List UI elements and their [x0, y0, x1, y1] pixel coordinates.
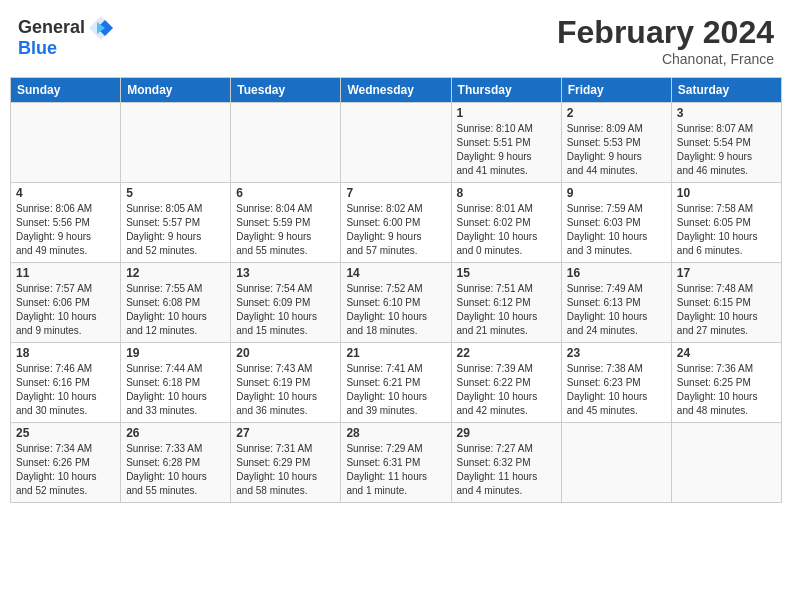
day-number: 3: [677, 106, 776, 120]
day-number: 29: [457, 426, 556, 440]
calendar-cell: 5Sunrise: 8:05 AM Sunset: 5:57 PM Daylig…: [121, 183, 231, 263]
day-header-thursday: Thursday: [451, 78, 561, 103]
day-number: 16: [567, 266, 666, 280]
day-number: 22: [457, 346, 556, 360]
logo-text: General: [18, 18, 85, 38]
day-number: 26: [126, 426, 225, 440]
week-row-2: 4Sunrise: 8:06 AM Sunset: 5:56 PM Daylig…: [11, 183, 782, 263]
calendar-cell: [121, 103, 231, 183]
day-number: 5: [126, 186, 225, 200]
day-number: 18: [16, 346, 115, 360]
day-info: Sunrise: 7:49 AM Sunset: 6:13 PM Dayligh…: [567, 282, 666, 338]
week-row-3: 11Sunrise: 7:57 AM Sunset: 6:06 PM Dayli…: [11, 263, 782, 343]
logo-icon: [87, 14, 115, 42]
logo-blue: Blue: [18, 38, 57, 58]
day-info: Sunrise: 7:44 AM Sunset: 6:18 PM Dayligh…: [126, 362, 225, 418]
header-row: SundayMondayTuesdayWednesdayThursdayFrid…: [11, 78, 782, 103]
day-info: Sunrise: 7:36 AM Sunset: 6:25 PM Dayligh…: [677, 362, 776, 418]
day-info: Sunrise: 7:48 AM Sunset: 6:15 PM Dayligh…: [677, 282, 776, 338]
day-info: Sunrise: 7:51 AM Sunset: 6:12 PM Dayligh…: [457, 282, 556, 338]
calendar-cell: [341, 103, 451, 183]
calendar-cell: [231, 103, 341, 183]
calendar-cell: 6Sunrise: 8:04 AM Sunset: 5:59 PM Daylig…: [231, 183, 341, 263]
day-number: 25: [16, 426, 115, 440]
day-info: Sunrise: 7:54 AM Sunset: 6:09 PM Dayligh…: [236, 282, 335, 338]
calendar-cell: 18Sunrise: 7:46 AM Sunset: 6:16 PM Dayli…: [11, 343, 121, 423]
day-number: 17: [677, 266, 776, 280]
day-info: Sunrise: 8:05 AM Sunset: 5:57 PM Dayligh…: [126, 202, 225, 258]
calendar-cell: 1Sunrise: 8:10 AM Sunset: 5:51 PM Daylig…: [451, 103, 561, 183]
day-number: 8: [457, 186, 556, 200]
day-info: Sunrise: 8:02 AM Sunset: 6:00 PM Dayligh…: [346, 202, 445, 258]
day-info: Sunrise: 7:27 AM Sunset: 6:32 PM Dayligh…: [457, 442, 556, 498]
day-number: 13: [236, 266, 335, 280]
week-row-1: 1Sunrise: 8:10 AM Sunset: 5:51 PM Daylig…: [11, 103, 782, 183]
day-number: 12: [126, 266, 225, 280]
day-header-tuesday: Tuesday: [231, 78, 341, 103]
calendar-cell: 21Sunrise: 7:41 AM Sunset: 6:21 PM Dayli…: [341, 343, 451, 423]
day-info: Sunrise: 7:46 AM Sunset: 6:16 PM Dayligh…: [16, 362, 115, 418]
calendar-cell: 2Sunrise: 8:09 AM Sunset: 5:53 PM Daylig…: [561, 103, 671, 183]
month-title: February 2024: [557, 14, 774, 51]
day-info: Sunrise: 7:58 AM Sunset: 6:05 PM Dayligh…: [677, 202, 776, 258]
day-number: 14: [346, 266, 445, 280]
calendar-cell: 24Sunrise: 7:36 AM Sunset: 6:25 PM Dayli…: [671, 343, 781, 423]
calendar-cell: 22Sunrise: 7:39 AM Sunset: 6:22 PM Dayli…: [451, 343, 561, 423]
week-row-4: 18Sunrise: 7:46 AM Sunset: 6:16 PM Dayli…: [11, 343, 782, 423]
day-info: Sunrise: 7:29 AM Sunset: 6:31 PM Dayligh…: [346, 442, 445, 498]
day-info: Sunrise: 8:06 AM Sunset: 5:56 PM Dayligh…: [16, 202, 115, 258]
day-header-sunday: Sunday: [11, 78, 121, 103]
day-number: 27: [236, 426, 335, 440]
day-header-monday: Monday: [121, 78, 231, 103]
day-info: Sunrise: 8:10 AM Sunset: 5:51 PM Dayligh…: [457, 122, 556, 178]
day-info: Sunrise: 7:41 AM Sunset: 6:21 PM Dayligh…: [346, 362, 445, 418]
calendar-cell: 8Sunrise: 8:01 AM Sunset: 6:02 PM Daylig…: [451, 183, 561, 263]
header: General Blue February 2024 Chanonat, Fra…: [10, 10, 782, 71]
day-info: Sunrise: 7:59 AM Sunset: 6:03 PM Dayligh…: [567, 202, 666, 258]
calendar-cell: 11Sunrise: 7:57 AM Sunset: 6:06 PM Dayli…: [11, 263, 121, 343]
calendar-cell: 23Sunrise: 7:38 AM Sunset: 6:23 PM Dayli…: [561, 343, 671, 423]
day-info: Sunrise: 8:01 AM Sunset: 6:02 PM Dayligh…: [457, 202, 556, 258]
day-info: Sunrise: 7:31 AM Sunset: 6:29 PM Dayligh…: [236, 442, 335, 498]
day-info: Sunrise: 8:07 AM Sunset: 5:54 PM Dayligh…: [677, 122, 776, 178]
day-header-wednesday: Wednesday: [341, 78, 451, 103]
day-header-saturday: Saturday: [671, 78, 781, 103]
calendar-cell: 3Sunrise: 8:07 AM Sunset: 5:54 PM Daylig…: [671, 103, 781, 183]
day-number: 24: [677, 346, 776, 360]
day-info: Sunrise: 7:38 AM Sunset: 6:23 PM Dayligh…: [567, 362, 666, 418]
day-info: Sunrise: 7:57 AM Sunset: 6:06 PM Dayligh…: [16, 282, 115, 338]
day-number: 21: [346, 346, 445, 360]
day-info: Sunrise: 8:09 AM Sunset: 5:53 PM Dayligh…: [567, 122, 666, 178]
day-number: 23: [567, 346, 666, 360]
day-number: 19: [126, 346, 225, 360]
calendar-cell: 9Sunrise: 7:59 AM Sunset: 6:03 PM Daylig…: [561, 183, 671, 263]
day-number: 15: [457, 266, 556, 280]
calendar-cell: 12Sunrise: 7:55 AM Sunset: 6:08 PM Dayli…: [121, 263, 231, 343]
calendar-cell: 7Sunrise: 8:02 AM Sunset: 6:00 PM Daylig…: [341, 183, 451, 263]
calendar-cell: 15Sunrise: 7:51 AM Sunset: 6:12 PM Dayli…: [451, 263, 561, 343]
calendar-cell: [671, 423, 781, 503]
location: Chanonat, France: [557, 51, 774, 67]
calendar-cell: 4Sunrise: 8:06 AM Sunset: 5:56 PM Daylig…: [11, 183, 121, 263]
logo: General Blue: [18, 14, 115, 59]
calendar-cell: [561, 423, 671, 503]
calendar-cell: 19Sunrise: 7:44 AM Sunset: 6:18 PM Dayli…: [121, 343, 231, 423]
day-number: 9: [567, 186, 666, 200]
title-area: February 2024 Chanonat, France: [557, 14, 774, 67]
calendar-cell: 29Sunrise: 7:27 AM Sunset: 6:32 PM Dayli…: [451, 423, 561, 503]
day-number: 2: [567, 106, 666, 120]
day-info: Sunrise: 7:39 AM Sunset: 6:22 PM Dayligh…: [457, 362, 556, 418]
day-number: 4: [16, 186, 115, 200]
day-number: 10: [677, 186, 776, 200]
calendar-cell: [11, 103, 121, 183]
day-info: Sunrise: 7:43 AM Sunset: 6:19 PM Dayligh…: [236, 362, 335, 418]
day-info: Sunrise: 7:34 AM Sunset: 6:26 PM Dayligh…: [16, 442, 115, 498]
day-info: Sunrise: 8:04 AM Sunset: 5:59 PM Dayligh…: [236, 202, 335, 258]
calendar-cell: 16Sunrise: 7:49 AM Sunset: 6:13 PM Dayli…: [561, 263, 671, 343]
day-number: 11: [16, 266, 115, 280]
day-number: 1: [457, 106, 556, 120]
day-number: 6: [236, 186, 335, 200]
day-number: 20: [236, 346, 335, 360]
calendar-cell: 28Sunrise: 7:29 AM Sunset: 6:31 PM Dayli…: [341, 423, 451, 503]
calendar-cell: 27Sunrise: 7:31 AM Sunset: 6:29 PM Dayli…: [231, 423, 341, 503]
